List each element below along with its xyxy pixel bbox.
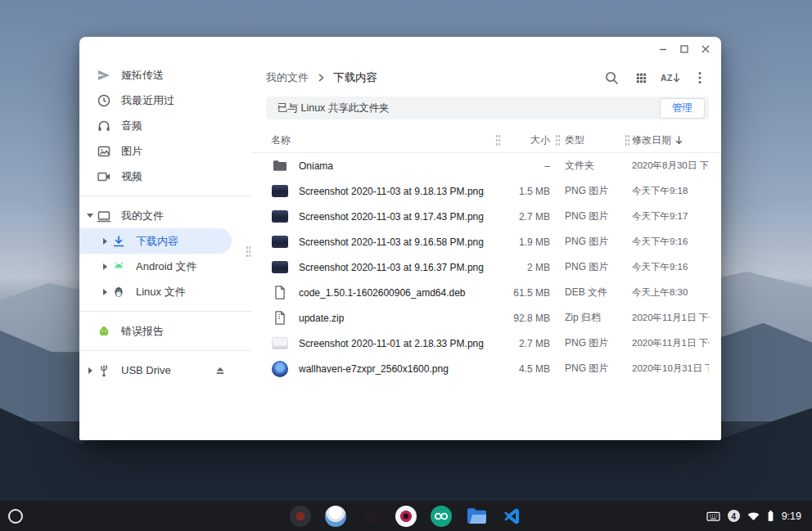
file-date: 今天下午9:16 bbox=[632, 236, 709, 248]
maximize-button[interactable] bbox=[674, 39, 695, 59]
sidebar-item-error-report[interactable]: 错误报告 bbox=[79, 318, 251, 344]
shopping-bag-app-icon[interactable] bbox=[360, 506, 381, 527]
sidebar-divider bbox=[79, 311, 251, 312]
table-row[interactable]: update.zip 92.8 MB Zip 归档 2020年11月1日 下午… bbox=[251, 305, 721, 331]
table-row[interactable]: Screenshot 2020-11-03 at 9.18.13 PM.png … bbox=[251, 178, 721, 204]
sidebar-item-label: 我的文件 bbox=[121, 209, 164, 223]
folder-icon bbox=[271, 160, 289, 172]
chevron-right-icon[interactable] bbox=[100, 238, 110, 245]
file-name: Screenshot 2020-11-03 at 9.16.58 PM.png bbox=[299, 236, 484, 248]
sidebar-item-recent[interactable]: 我最近用过 bbox=[79, 88, 251, 113]
wifi-icon bbox=[747, 511, 760, 521]
table-row[interactable]: Screenshot 2020-11-01 at 2.18.33 PM.png … bbox=[251, 331, 721, 356]
grid-view-button[interactable] bbox=[628, 65, 654, 91]
column-resize-handle[interactable] bbox=[495, 134, 501, 146]
sidebar-item-label: USB Drive bbox=[121, 364, 171, 376]
sidebar-item-audio[interactable]: 音频 bbox=[79, 113, 251, 138]
chevron-down-icon[interactable] bbox=[85, 214, 95, 218]
header-name[interactable]: 名称 bbox=[271, 133, 291, 147]
chevron-right-icon bbox=[318, 73, 324, 83]
android-icon bbox=[111, 259, 126, 274]
file-type: PNG 图片 bbox=[565, 235, 622, 249]
sidebar-item-label: 视频 bbox=[121, 169, 142, 184]
header-size[interactable]: 大小 bbox=[503, 133, 550, 147]
header-type[interactable]: 类型 bbox=[565, 133, 622, 147]
sidebar-item-android-files[interactable]: Android 文件 bbox=[79, 254, 251, 279]
sidebar-item-transfer[interactable]: 娅拓传送 bbox=[79, 62, 251, 88]
sidebar-divider bbox=[79, 350, 251, 351]
dark-red-dot-app-icon[interactable] bbox=[290, 506, 311, 527]
chevron-right-icon[interactable] bbox=[85, 367, 95, 374]
video-icon bbox=[97, 169, 111, 184]
eject-icon[interactable] bbox=[214, 364, 227, 380]
file-type: DEB 文件 bbox=[565, 286, 622, 299]
window-titlebar[interactable] bbox=[79, 37, 721, 61]
zip-icon bbox=[271, 311, 289, 325]
notification-count-badge: 4 bbox=[728, 510, 740, 522]
battery-icon bbox=[767, 510, 774, 522]
sidebar-item-images[interactable]: 图片 bbox=[79, 138, 251, 164]
table-row[interactable]: code_1.50.1-1602600906_amd64.deb 61.5 MB… bbox=[251, 280, 721, 305]
more-menu-button[interactable] bbox=[687, 65, 713, 91]
sort-button[interactable]: AZ bbox=[657, 65, 683, 91]
sidebar-item-label: Linux 文件 bbox=[136, 285, 186, 299]
list-header: 名称 大小 类型 修改日期 bbox=[251, 128, 721, 153]
file-type: 文件夹 bbox=[565, 159, 622, 173]
penguin-icon bbox=[111, 285, 126, 299]
files-app-window: 娅拓传送 我最近用过 音频 图片 视频 bbox=[79, 37, 721, 440]
sidebar-resize-handle[interactable] bbox=[246, 245, 251, 257]
column-resize-handle[interactable] bbox=[625, 134, 630, 146]
table-row[interactable]: Oniama – 文件夹 2020年8月30日 下午… bbox=[251, 153, 721, 178]
files-app-icon[interactable] bbox=[466, 506, 487, 527]
column-resize-handle[interactable] bbox=[555, 134, 561, 146]
file-name: update.zip bbox=[299, 313, 344, 324]
status-area[interactable]: 4 9:19 bbox=[703, 501, 805, 531]
computer-icon bbox=[97, 209, 111, 223]
file-date: 今天上午8:30 bbox=[632, 286, 709, 299]
manage-button[interactable]: 管理 bbox=[660, 98, 705, 119]
file-type: PNG 图片 bbox=[565, 260, 622, 274]
thumb-light-icon bbox=[271, 337, 289, 349]
sidebar-item-downloads[interactable]: 下载内容 bbox=[79, 228, 232, 254]
file-size: 2.7 MB bbox=[503, 211, 550, 223]
sidebar-item-my-files[interactable]: 我的文件 bbox=[79, 203, 251, 228]
teal-loop-app-icon[interactable] bbox=[431, 506, 452, 527]
launcher-button[interactable] bbox=[8, 509, 23, 524]
file-icon bbox=[271, 286, 289, 299]
file-size: – bbox=[503, 160, 550, 172]
table-row[interactable]: Screenshot 2020-11-03 at 9.16.58 PM.png … bbox=[251, 229, 721, 254]
sidebar-item-label: 娅拓传送 bbox=[121, 68, 164, 83]
minimize-button[interactable] bbox=[652, 39, 674, 59]
sidebar-item-label: 我最近用过 bbox=[121, 93, 174, 108]
thumb-dark-icon bbox=[271, 185, 289, 197]
main-panel: 我的文件 下载内容 AZ 已与 Linux 共 bbox=[251, 61, 721, 440]
keyboard-icon bbox=[706, 511, 720, 522]
table-row[interactable]: Screenshot 2020-11-03 at 9.16.37 PM.png … bbox=[251, 254, 721, 280]
table-row[interactable]: wallhaven-e7zxpr_2560x1600.png 4.5 MB PN… bbox=[251, 356, 721, 381]
file-name: Oniama bbox=[299, 160, 333, 172]
file-name: wallhaven-e7zxpr_2560x1600.png bbox=[299, 363, 449, 375]
search-button[interactable] bbox=[598, 65, 625, 91]
file-date: 今天下午9:17 bbox=[632, 210, 709, 223]
send-icon bbox=[97, 68, 111, 83]
file-size: 2.7 MB bbox=[503, 338, 550, 349]
sort-descending-icon bbox=[675, 136, 683, 145]
chevron-right-icon[interactable] bbox=[100, 289, 110, 295]
close-button[interactable] bbox=[695, 39, 716, 59]
header-date[interactable]: 修改日期 bbox=[632, 133, 671, 147]
file-name: Screenshot 2020-11-01 at 2.18.33 PM.png bbox=[299, 338, 484, 349]
sidebar-item-linux-files[interactable]: Linux 文件 bbox=[79, 279, 251, 304]
sidebar-divider bbox=[79, 196, 251, 196]
lens-app-icon[interactable] bbox=[395, 506, 417, 527]
vscode-app-icon[interactable] bbox=[501, 506, 522, 527]
breadcrumb-my-files[interactable]: 我的文件 bbox=[266, 70, 309, 85]
sidebar-item-videos[interactable]: 视频 bbox=[79, 164, 251, 189]
file-name: code_1.50.1-1602600906_amd64.deb bbox=[299, 287, 466, 299]
sidebar-item-usb-drive[interactable]: USB Drive bbox=[79, 358, 251, 383]
browser-app-icon[interactable] bbox=[325, 506, 346, 527]
toolbar: 我的文件 下载内容 AZ bbox=[251, 61, 721, 94]
file-date: 2020年8月30日 下午… bbox=[632, 160, 709, 172]
chevron-right-icon[interactable] bbox=[100, 263, 110, 270]
headset-icon bbox=[97, 119, 111, 133]
table-row[interactable]: Screenshot 2020-11-03 at 9.17.43 PM.png … bbox=[251, 204, 721, 229]
